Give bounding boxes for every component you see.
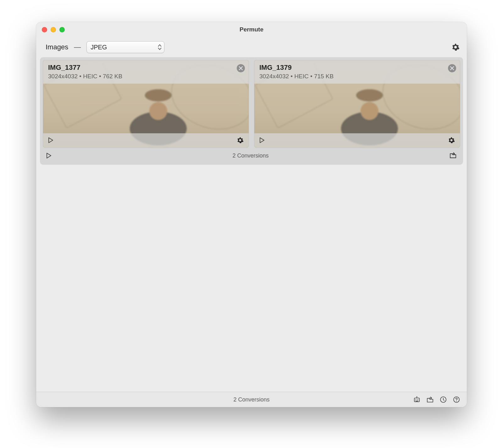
robot-icon xyxy=(413,396,421,403)
question-icon xyxy=(453,396,460,403)
play-icon xyxy=(259,137,265,143)
file-name: IMG_1379 xyxy=(259,64,455,72)
item-settings-button[interactable] xyxy=(448,137,456,144)
gear-icon xyxy=(448,137,455,144)
play-icon xyxy=(46,152,52,159)
play-icon xyxy=(47,137,54,143)
svg-point-1 xyxy=(416,400,417,401)
card-header: IMG_1377 3024x4032 • HEIC • 762 KB xyxy=(43,60,249,84)
group-settings-button[interactable] xyxy=(451,43,460,52)
file-size: 715 KB xyxy=(314,73,334,80)
start-item-button[interactable] xyxy=(47,137,54,144)
start-item-button[interactable] xyxy=(259,137,266,144)
remove-item-button[interactable] xyxy=(448,64,456,72)
card-footer xyxy=(43,133,249,148)
reveal-all-button[interactable] xyxy=(426,395,434,404)
card-header: IMG_1379 3024x4032 • HEIC • 715 KB xyxy=(254,60,460,84)
svg-point-6 xyxy=(456,401,457,401)
gear-icon xyxy=(237,137,244,144)
remove-item-button[interactable] xyxy=(237,64,245,72)
titlebar: Permute xyxy=(36,22,467,37)
status-bar: 2 Conversions xyxy=(36,392,467,407)
conversion-card[interactable]: IMG_1377 3024x4032 • HEIC • 762 KB xyxy=(43,60,249,148)
svg-point-2 xyxy=(417,400,418,401)
gear-icon xyxy=(451,43,460,51)
group-count-label: 2 Conversions xyxy=(52,152,449,159)
format-select[interactable]: JPEG xyxy=(86,41,164,53)
minimize-window-button[interactable] xyxy=(51,27,56,32)
file-dimensions: 3024x4032 xyxy=(48,73,78,80)
close-icon xyxy=(239,66,243,70)
clock-icon xyxy=(439,396,447,403)
category-label: Images xyxy=(46,43,68,51)
close-window-button[interactable] xyxy=(42,27,47,32)
history-button[interactable] xyxy=(439,395,447,404)
conversion-group: IMG_1377 3024x4032 • HEIC • 762 KB xyxy=(40,57,463,165)
status-count-label: 2 Conversions xyxy=(36,396,467,403)
file-dimensions: 3024x4032 xyxy=(259,73,289,80)
conversion-items: IMG_1377 3024x4032 • HEIC • 762 KB xyxy=(43,60,460,148)
group-footer: 2 Conversions xyxy=(43,148,460,162)
file-size: 762 KB xyxy=(103,73,122,80)
file-meta: 3024x4032 • HEIC • 762 KB xyxy=(48,73,244,80)
svg-point-3 xyxy=(417,396,417,397)
file-format: HEIC xyxy=(83,73,97,80)
help-button[interactable] xyxy=(452,395,461,404)
window-title: Permute xyxy=(36,26,467,33)
item-settings-button[interactable] xyxy=(237,137,244,144)
window-controls xyxy=(42,27,65,32)
robot-helper-button[interactable] xyxy=(413,395,421,404)
folder-arrow-icon xyxy=(426,396,434,403)
folder-arrow-icon xyxy=(449,152,457,159)
card-footer xyxy=(254,133,460,148)
empty-area xyxy=(36,165,467,392)
toolbar: Images — JPEG xyxy=(36,37,467,57)
file-format: HEIC xyxy=(294,73,308,80)
chevron-up-down-icon xyxy=(158,44,162,50)
zoom-window-button[interactable] xyxy=(59,27,65,32)
file-name: IMG_1377 xyxy=(48,64,244,72)
reveal-in-finder-button[interactable] xyxy=(449,152,457,160)
app-window: Permute Images — JPEG xyxy=(36,22,467,407)
start-group-button[interactable] xyxy=(46,152,52,159)
conversion-card[interactable]: IMG_1379 3024x4032 • HEIC • 715 KB xyxy=(254,60,460,148)
file-meta: 3024x4032 • HEIC • 715 KB xyxy=(259,73,455,80)
close-icon xyxy=(450,66,454,70)
toolbar-separator: — xyxy=(74,43,81,51)
format-select-value: JPEG xyxy=(91,44,107,51)
